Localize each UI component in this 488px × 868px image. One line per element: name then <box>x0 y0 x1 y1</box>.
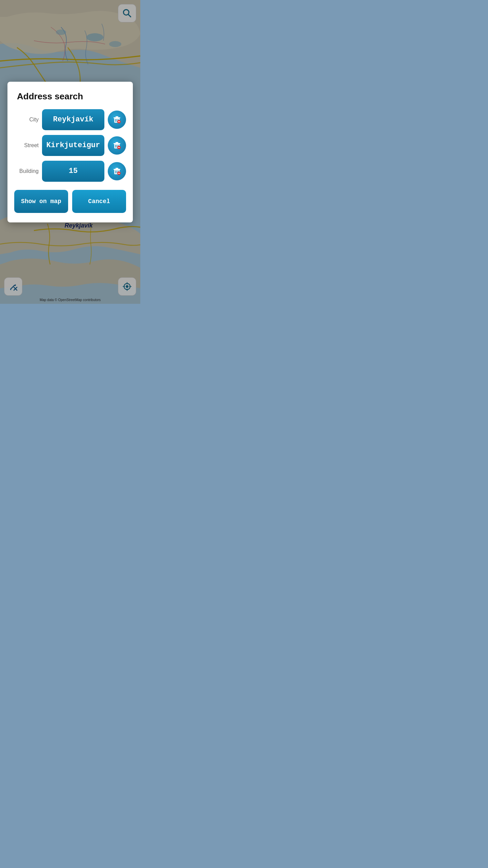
building-field-button[interactable]: 15 <box>42 161 104 182</box>
street-delete-button[interactable] <box>108 136 126 155</box>
building-delete-button[interactable] <box>108 162 126 180</box>
svg-rect-26 <box>116 168 118 169</box>
show-on-map-button[interactable]: Show on map <box>14 190 68 213</box>
city-label: City <box>14 117 39 123</box>
dialog-title: Address search <box>14 91 126 102</box>
street-field-button[interactable]: Kirkjuteigur <box>42 135 104 156</box>
city-delete-button[interactable] <box>108 111 126 129</box>
cancel-button[interactable]: Cancel <box>72 190 126 213</box>
svg-rect-18 <box>116 142 118 143</box>
city-row: City Reykjavík <box>14 109 126 130</box>
street-label: Street <box>14 142 39 149</box>
address-search-dialog: Address search City Reykjavík Stree <box>7 82 133 222</box>
street-row: Street Kirkjuteigur <box>14 135 126 156</box>
building-row: Building 15 <box>14 161 126 182</box>
svg-rect-10 <box>116 116 118 118</box>
city-field-button[interactable]: Reykjavík <box>42 109 104 130</box>
action-buttons-row: Show on map Cancel <box>14 190 126 213</box>
building-label: Building <box>14 168 39 174</box>
modal-overlay: Address search City Reykjavík Stree <box>0 0 140 304</box>
